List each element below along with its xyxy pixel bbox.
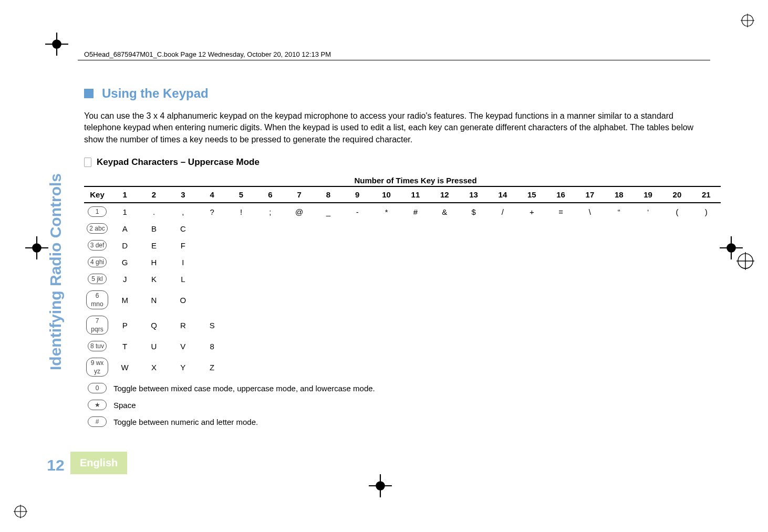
table-cell: Toggle between mixed case mode, uppercas… <box>110 380 721 397</box>
table-cell: R <box>169 312 198 338</box>
table-cell: ? <box>198 203 226 220</box>
key-capsule: 2 abc <box>87 223 107 234</box>
table-cell: M <box>110 287 139 312</box>
table-col-header: 1 <box>110 186 139 203</box>
sidebar-page-number: 12 <box>47 456 64 474</box>
key-capsule: ★ <box>88 400 107 410</box>
crosshair-icon <box>369 474 392 497</box>
table-col-header: 13 <box>459 186 488 203</box>
table-col-header: 4 <box>198 186 226 203</box>
table-row: 6 mno M N O <box>84 287 721 312</box>
section-title: Using the Keypad <box>84 86 721 101</box>
document-icon <box>84 158 91 167</box>
table-row: 9 wx yz W X Y Z <box>84 354 721 380</box>
table-col-header: 18 <box>605 186 634 203</box>
table-cell: C <box>169 220 198 237</box>
sidebar-section-label: Identifying Radio Controls <box>47 173 65 370</box>
table-cell: ! <box>226 203 255 220</box>
table-cell: 1 <box>110 203 139 220</box>
table-col-header: 2 <box>139 186 168 203</box>
table-row: 5 jkl J K L <box>84 270 721 287</box>
key-capsule: 1 <box>88 206 107 217</box>
table-cell: Toggle between numeric and letter mode. <box>110 413 721 430</box>
sidebar-language-badge: English <box>70 452 127 474</box>
section-title-text: Using the Keypad <box>102 86 209 101</box>
table-col-header: 8 <box>314 186 343 203</box>
table-cell: ‘ <box>634 203 662 220</box>
table-col-header: 19 <box>634 186 662 203</box>
table-cell: H <box>139 254 168 270</box>
crosshair-icon <box>45 33 68 56</box>
table-cell: E <box>139 237 168 254</box>
page-header: O5Head_6875947M01_C.book Page 12 Wednesd… <box>84 50 331 58</box>
table-cell: U <box>139 338 168 354</box>
table-col-header: 17 <box>575 186 604 203</box>
table-cell: D <box>110 237 139 254</box>
subheading-text: Keypad Characters – Uppercase Mode <box>97 157 260 168</box>
key-capsule: 9 wx yz <box>86 358 108 377</box>
table-row: 3 def D E F <box>84 237 721 254</box>
sidebar: Identifying Radio Controls 12 <box>40 173 71 490</box>
table-col-header: 7 <box>285 186 314 203</box>
table-cell: V <box>169 338 198 354</box>
key-capsule: 3 def <box>88 240 107 251</box>
table-cell: Q <box>139 312 168 338</box>
table-cell: 8 <box>198 338 226 354</box>
table-col-header: 14 <box>488 186 517 203</box>
table-col-header: 10 <box>372 186 401 203</box>
table-cell: T <box>110 338 139 354</box>
table-cell: Space <box>110 397 721 413</box>
crosshair-icon <box>720 236 743 259</box>
table-cell: N <box>139 287 168 312</box>
table-cell: X <box>139 354 168 380</box>
table-row: # Toggle between numeric and letter mode… <box>84 413 721 430</box>
table-cell: * <box>372 203 401 220</box>
table-row: ★ Space <box>84 397 721 413</box>
table-col-header: 16 <box>546 186 575 203</box>
keypad-characters-table: Number of Times Key is Pressed Key 1 2 3… <box>84 175 721 430</box>
table-cell: P <box>110 312 139 338</box>
table-cell: @ <box>285 203 314 220</box>
table-col-header: 20 <box>662 186 691 203</box>
key-capsule: 8 tuv <box>88 341 107 351</box>
table-cell: & <box>430 203 459 220</box>
table-cell: ; <box>256 203 285 220</box>
table-col-header: 11 <box>401 186 430 203</box>
table-cell: - <box>343 203 372 220</box>
table-cell: S <box>198 312 226 338</box>
table-cell: # <box>401 203 430 220</box>
table-col-header: 5 <box>226 186 255 203</box>
registration-mark-icon <box>741 14 754 27</box>
section-square-icon <box>84 89 94 98</box>
table-cell: “ <box>605 203 634 220</box>
table-cell: K <box>139 270 168 287</box>
table-cell: $ <box>459 203 488 220</box>
table-row: 8 tuv T U V 8 <box>84 338 721 354</box>
table-cell: B <box>139 220 168 237</box>
table-cell: ( <box>662 203 691 220</box>
table-cell: _ <box>314 203 343 220</box>
table-col-header: 21 <box>692 186 721 203</box>
page-top-rule <box>78 60 710 60</box>
table-row: 7 pqrs P Q R S <box>84 312 721 338</box>
page-content: Using the Keypad You can use the 3 x 4 a… <box>84 86 721 430</box>
table-cell: G <box>110 254 139 270</box>
key-capsule: 4 ghi <box>88 257 107 267</box>
table-col-header: 9 <box>343 186 372 203</box>
table-cell: Y <box>169 354 198 380</box>
subheading: Keypad Characters – Uppercase Mode <box>84 157 721 168</box>
key-capsule: # <box>88 416 107 427</box>
table-key-header: Key <box>84 186 110 203</box>
table-row: 1 1 . , ? ! ; @ _ - * # & $ / + = \ “ ‘ <box>84 203 721 220</box>
key-capsule: 6 mno <box>86 290 108 309</box>
table-col-header: 15 <box>517 186 546 203</box>
key-capsule: 5 jkl <box>88 274 107 284</box>
table-cell: L <box>169 270 198 287</box>
table-cell: / <box>488 203 517 220</box>
table-row: 0 Toggle between mixed case mode, upperc… <box>84 380 721 397</box>
table-cell: = <box>546 203 575 220</box>
table-cell: . <box>139 203 168 220</box>
table-row: 2 abc A B C <box>84 220 721 237</box>
table-col-header: 12 <box>430 186 459 203</box>
table-cell: W <box>110 354 139 380</box>
